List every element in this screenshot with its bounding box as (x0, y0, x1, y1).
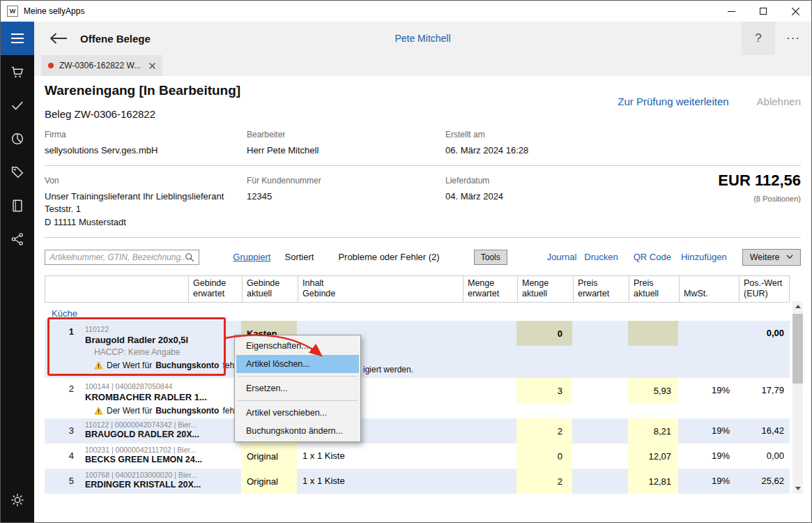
cell (628, 321, 678, 378)
sortiert-link[interactable]: Sortiert (284, 252, 314, 262)
menu-item-artikel-verschieben[interactable]: Artikel verschieben... (236, 404, 359, 422)
article-name: BRAUGOLD RADLER 20X... (85, 430, 187, 439)
kundennummer-value: 12345 (247, 190, 445, 203)
titlebar: W Meine sellyApps (1, 1, 811, 22)
gruppiert-link[interactable]: Gruppiert (233, 252, 270, 262)
von-line2: Teststr. 1 (45, 203, 247, 215)
close-window-button[interactable] (779, 1, 811, 22)
hinzufuegen-link[interactable]: Hinzufügen (681, 252, 727, 262)
scroll-down-button[interactable] (792, 483, 803, 494)
scrollbar-thumb[interactable] (792, 314, 803, 384)
menu-item-buchungskonto-aendern[interactable]: Buchungskonto ändern... (236, 422, 359, 440)
gear-icon (10, 492, 25, 508)
table-row[interactable]: 1 110122 Braugold Radler 20x0,5l HACCP: … (45, 321, 790, 378)
article-name: KROMBACHER RADLER 1... (85, 392, 187, 402)
tab-close-button[interactable] (149, 63, 155, 69)
app-logo-icon: W (7, 6, 18, 17)
tab-document[interactable]: ZW-0306-162822 W... (41, 55, 162, 76)
reject-link[interactable]: Ablehnen (757, 96, 801, 107)
cell (462, 418, 516, 444)
warning-text-bold: Buchungskonto (155, 361, 219, 370)
menu-item-ersetzen[interactable]: Ersetzen... (236, 379, 359, 397)
preis-aktuell-field[interactable]: 12,07 (628, 444, 678, 469)
article-code: 110122 | 00000042074342 | Bier... (85, 420, 187, 429)
menge-aktuell-field[interactable]: 0 (516, 444, 572, 469)
inhalt-gebinde-value: 1 x 1 Kiste (297, 444, 462, 469)
col-header-preis-aktuell: Preis aktuell (629, 276, 679, 302)
sidebar-item-journal[interactable] (1, 189, 34, 222)
kundennummer-label: Für Kundennummer (247, 176, 445, 185)
warning-tail: igiert werden. (363, 365, 413, 374)
cell: Original (241, 444, 297, 469)
menu-separator (238, 376, 358, 377)
von-line1: Unser Trainingslieferant Ihr Lieblingsli… (45, 190, 247, 203)
gebinde-aktuell-field[interactable]: Original (241, 469, 297, 494)
bearbeiter-value: Herr Pete Mitchell (247, 144, 445, 157)
menu-item-artikel-loeschen[interactable]: Artikel löschen... (236, 355, 359, 373)
weitere-dropdown-button[interactable]: Weitere (742, 249, 801, 266)
sidebar-item-share[interactable] (1, 222, 34, 256)
cell: 5,93 (628, 378, 678, 418)
sidebar-item-settings[interactable] (1, 483, 34, 517)
menu-separator (238, 400, 358, 401)
mwst-value: 19% (678, 444, 738, 469)
article-cell: 100768 | 04002103000020 | Bier... ERDING… (81, 469, 187, 494)
menge-aktuell-field[interactable]: 2 (516, 469, 572, 494)
probleme-fehler-link[interactable]: Probleme oder Fehler (2) (338, 252, 439, 262)
tab-bar: ZW-0306-162822 W... (34, 55, 811, 76)
maximize-button[interactable] (747, 1, 779, 22)
cell: 8,21 (628, 418, 678, 444)
help-button[interactable]: ? (742, 22, 775, 55)
group-header-kueche: Küche (45, 303, 790, 321)
scroll-up-button[interactable] (792, 301, 803, 312)
col-header-inhalt-gebinde: Inhalt Gebinde (298, 276, 463, 302)
more-options-button[interactable]: ··· (775, 22, 811, 55)
search-input[interactable] (49, 252, 185, 262)
table-row[interactable]: 5 100768 | 04002103000020 | Bier... ERDI… (45, 469, 790, 494)
gebinde-aktuell-field[interactable]: Original (241, 444, 297, 469)
cell (462, 469, 516, 494)
sidebar-item-statistics[interactable] (1, 122, 34, 156)
erstellt-value: 06. März 2024 16:28 (445, 144, 801, 157)
row-number: 3 (45, 418, 81, 444)
search-box[interactable] (45, 250, 199, 265)
firma-value: sellysolutions Serv.ges.mbH (45, 144, 247, 157)
preis-aktuell-field[interactable]: 5,93 (628, 378, 678, 403)
status-dot-icon (48, 63, 54, 68)
cell (462, 444, 516, 469)
article-cell: 100144 | 04008287050844 KROMBACHER RADLE… (81, 378, 187, 418)
journal-link[interactable]: Journal (547, 252, 577, 262)
menge-aktuell-field[interactable]: 2 (516, 418, 572, 444)
context-menu: Eigenschaften... Artikel löschen... Erse… (234, 335, 361, 442)
table-row[interactable]: 3 110122 | 00000042074342 | Bier... BRAU… (45, 418, 790, 444)
drucken-link[interactable]: Drucken (584, 252, 618, 262)
table-row[interactable]: 4 100231 | 00000042111702 | Bier... BECK… (45, 444, 790, 469)
minimize-button[interactable] (715, 1, 747, 22)
sidebar-item-cart[interactable] (1, 55, 34, 89)
col-header-menge-aktuell: Menge aktuell (517, 276, 573, 302)
menge-aktuell-field[interactable]: 0 (516, 321, 572, 346)
article-name: ERDINGER KRISTALL 20X... (85, 480, 187, 490)
preis-aktuell-field[interactable]: 8,21 (628, 418, 678, 444)
mwst-value: 19% (678, 378, 738, 418)
vertical-scrollbar[interactable] (792, 301, 803, 494)
qr-code-link[interactable]: QR Code (634, 252, 671, 262)
table-row[interactable]: 2 100144 | 04008287050844 KROMBACHER RAD… (45, 378, 790, 418)
forward-for-review-link[interactable]: Zur Prüfung weiterleiten (618, 96, 728, 107)
preis-aktuell-field[interactable]: 12,81 (628, 469, 678, 494)
tools-button[interactable]: Tools (474, 250, 507, 265)
back-button[interactable] (49, 32, 68, 45)
preis-aktuell-field[interactable] (628, 321, 678, 346)
article-cell: 100231 | 00000042111702 | Bier... BECKS … (81, 444, 187, 469)
col-header-menge-erwartet: Menge erwartet (463, 276, 517, 302)
search-icon (185, 252, 194, 262)
sidebar-item-tasks[interactable] (1, 89, 34, 122)
menu-item-eigenschaften[interactable]: Eigenschaften... (236, 337, 359, 355)
cart-icon (10, 64, 25, 79)
sidebar-item-prices[interactable] (1, 156, 34, 189)
menge-aktuell-field[interactable]: 3 (516, 378, 572, 403)
cell: 3 (516, 378, 572, 418)
article-toolbar: Gruppiert Sortiert Probleme oder Fehler … (45, 249, 801, 266)
hamburger-menu-button[interactable] (1, 22, 34, 55)
article-code: 110122 (85, 325, 187, 333)
